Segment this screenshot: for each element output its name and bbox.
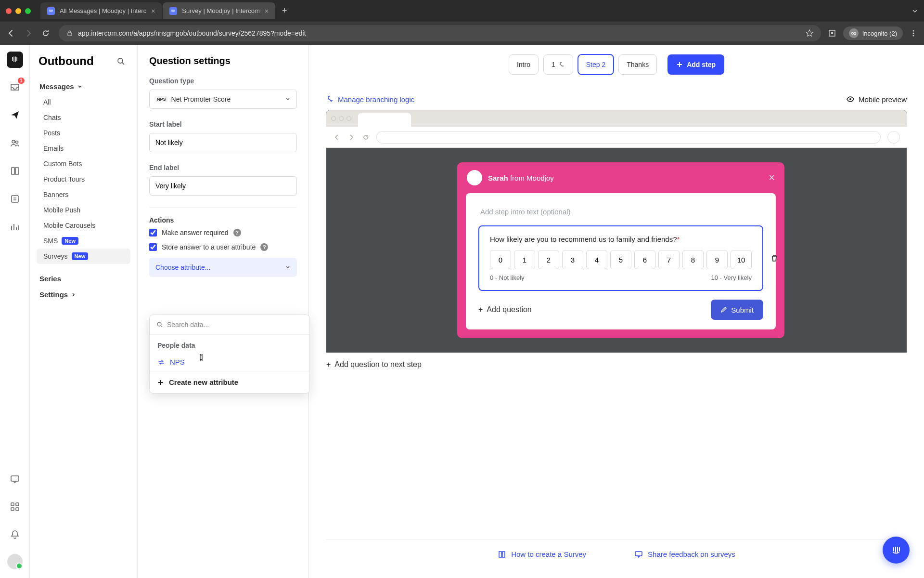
rail-outbound[interactable]: [6, 106, 24, 124]
forward-button[interactable]: [24, 29, 35, 38]
back-button[interactable]: [7, 29, 17, 38]
nav-item-posts[interactable]: Posts: [37, 125, 130, 141]
sidebar-search-icon[interactable]: [113, 53, 128, 69]
nav-item-series[interactable]: Series: [37, 271, 130, 287]
how-to-link[interactable]: How to create a Survey: [498, 550, 586, 559]
nav-item-chats[interactable]: Chats: [37, 110, 130, 125]
nps-4[interactable]: 4: [586, 250, 607, 269]
add-question-next-step[interactable]: + Add question to next step: [326, 360, 907, 369]
incognito-indicator[interactable]: Incognito (2): [843, 26, 903, 40]
start-label-input[interactable]: [149, 133, 297, 152]
choose-attribute-select[interactable]: Choose attribute...: [149, 258, 297, 277]
store-attribute-input[interactable]: [149, 243, 157, 251]
help-icon[interactable]: ?: [260, 243, 268, 251]
intercom-launcher[interactable]: [883, 537, 910, 564]
nps-high-label: 10 - Very likely: [711, 274, 752, 281]
svg-point-16: [913, 33, 914, 34]
nav-item-emails[interactable]: Emails: [37, 141, 130, 156]
step-1[interactable]: 1: [543, 54, 573, 75]
step-2[interactable]: Step 2: [578, 54, 614, 75]
step-thanks[interactable]: Thanks: [618, 54, 657, 75]
nps-8[interactable]: 8: [682, 250, 704, 269]
tab-title: All Messages | Moodjoy | Interc: [60, 7, 146, 14]
make-required-checkbox[interactable]: Make answer required ?: [149, 229, 297, 236]
nav-item-settings[interactable]: Settings: [37, 287, 130, 302]
intercom-logo[interactable]: [7, 52, 23, 68]
nav-label: Banners: [43, 191, 68, 198]
extensions-icon[interactable]: [828, 29, 836, 38]
rail-articles[interactable]: [6, 162, 24, 180]
nps-2[interactable]: 2: [538, 250, 559, 269]
svg-rect-28: [16, 503, 19, 506]
reload-button[interactable]: [41, 29, 52, 38]
intro-placeholder[interactable]: Add step intro text (optional): [478, 204, 763, 225]
nav-item-sms[interactable]: SMS New: [37, 233, 130, 249]
branch-icon: [326, 95, 334, 103]
rail-apps-icon[interactable]: [6, 498, 24, 515]
tab-close-icon[interactable]: ×: [151, 7, 155, 15]
browser-tab-1[interactable]: All Messages | Moodjoy | Interc ×: [40, 2, 162, 19]
window-maximize[interactable]: [25, 8, 31, 14]
nps-5[interactable]: 5: [610, 250, 631, 269]
preview-tab: [358, 113, 411, 127]
question-box[interactable]: How likely are you to recommend us to fa…: [478, 225, 763, 291]
dropdown-search[interactable]: Search data...: [150, 315, 309, 335]
bookmark-icon[interactable]: [806, 29, 813, 37]
add-step-button[interactable]: Add step: [667, 54, 724, 75]
nps-label: 10: [737, 256, 745, 264]
nps-3[interactable]: 3: [562, 250, 583, 269]
svg-point-24: [15, 141, 18, 144]
nps-1[interactable]: 1: [514, 250, 535, 269]
user-avatar[interactable]: [7, 554, 23, 569]
rail-operator[interactable]: [6, 190, 24, 208]
rail-messages-icon[interactable]: [6, 470, 24, 487]
nav-item-banners[interactable]: Banners: [37, 187, 130, 202]
nav-item-mobile-push[interactable]: Mobile Push: [37, 202, 130, 218]
help-icon[interactable]: ?: [233, 229, 241, 236]
nav-item-surveys[interactable]: Surveys New: [37, 249, 130, 264]
nps-9[interactable]: 9: [706, 250, 728, 269]
nav-item-custom-bots[interactable]: Custom Bots: [37, 156, 130, 171]
nps-6[interactable]: 6: [634, 250, 655, 269]
add-next-label: Add question to next step: [334, 360, 422, 369]
rail-notifications-icon[interactable]: [6, 526, 24, 543]
manage-branching-link[interactable]: Manage branching logic: [326, 95, 414, 104]
tab-overflow-icon[interactable]: [911, 8, 918, 14]
step-intro[interactable]: Intro: [509, 54, 539, 75]
svg-rect-29: [11, 508, 14, 511]
share-feedback-link[interactable]: Share feedback on surveys: [634, 550, 735, 559]
nps-0[interactable]: 0: [490, 250, 511, 269]
end-label-input[interactable]: [149, 176, 297, 196]
rail-reports[interactable]: [6, 218, 24, 236]
rail-inbox[interactable]: 1: [6, 79, 24, 96]
browser-menu-icon[interactable]: [910, 29, 917, 37]
nps-10[interactable]: 10: [731, 250, 752, 269]
tab-close-icon[interactable]: ×: [265, 7, 269, 15]
nav-item-mobile-carousels[interactable]: Mobile Carousels: [37, 218, 130, 233]
svg-point-15: [913, 30, 914, 32]
add-question-button[interactable]: + Add question: [478, 305, 532, 314]
address-bar[interactable]: app.intercom.com/a/apps/nnsgmgob/outboun…: [59, 25, 821, 41]
browser-tab-2[interactable]: Survey | Moodjoy | Intercom ×: [163, 2, 275, 19]
step-label: Thanks: [627, 61, 649, 68]
window-close[interactable]: [6, 8, 12, 14]
question-type-select[interactable]: NPS Net Promoter Score: [149, 90, 297, 109]
nps-7[interactable]: 7: [658, 250, 680, 269]
nav-item-all[interactable]: All: [37, 94, 130, 110]
mobile-preview-toggle[interactable]: Mobile preview: [846, 95, 907, 104]
create-attribute-button[interactable]: Create new attribute: [150, 371, 309, 393]
submit-button[interactable]: Submit: [711, 300, 763, 320]
store-attribute-checkbox[interactable]: Store answer to a user attribute ?: [149, 243, 297, 251]
svg-point-31: [118, 58, 123, 63]
make-required-input[interactable]: [149, 229, 157, 236]
delete-question-icon[interactable]: [770, 254, 779, 263]
new-tab-button[interactable]: +: [282, 6, 287, 16]
nav-group-messages[interactable]: Messages: [37, 79, 130, 94]
dropdown-option-nps[interactable]: NPS: [150, 353, 309, 371]
question-text[interactable]: How likely are you to recommend us to fa…: [490, 235, 752, 243]
window-minimize[interactable]: [15, 8, 21, 14]
survey-close-icon[interactable]: ×: [769, 171, 775, 184]
link-label: Manage branching logic: [338, 95, 414, 104]
rail-contacts[interactable]: [6, 134, 24, 152]
nav-item-product-tours[interactable]: Product Tours: [37, 171, 130, 187]
